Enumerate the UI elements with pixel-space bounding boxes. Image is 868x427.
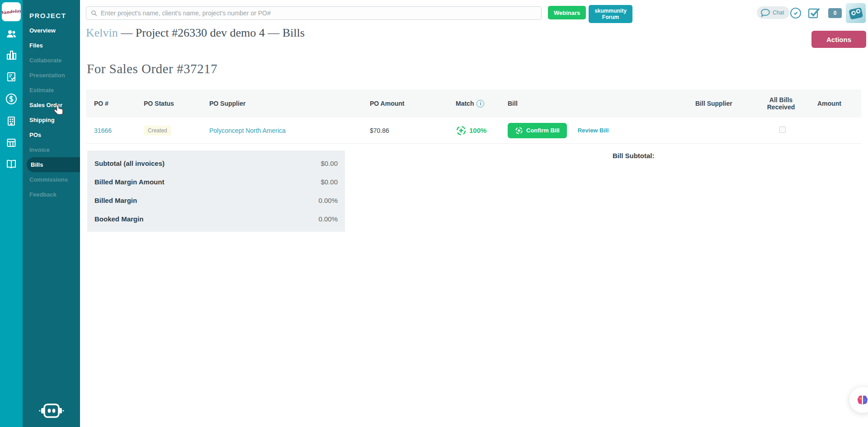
search-icon	[91, 10, 97, 16]
chat-button[interactable]: Chat	[757, 6, 789, 19]
subtotal-label: Subtotal (all invoices)	[94, 160, 165, 167]
sidebar-item-invoice[interactable]: Invoice	[23, 142, 80, 157]
totals-row-billed-margin: Billed Margin 0.00%	[87, 191, 345, 210]
project-sidebar: PROJECT Overview Files Collaborate Prese…	[23, 0, 80, 427]
tasks-icon[interactable]	[808, 7, 820, 21]
notification-badge[interactable]: 0	[828, 8, 842, 18]
app-root: Vandelay P	[0, 0, 868, 427]
sidebar-item-presentation[interactable]: Presentation	[23, 68, 80, 83]
company-logo[interactable]: Vandelay	[2, 2, 21, 21]
po-supplier-link[interactable]: Polyconcept North America	[209, 127, 286, 134]
col-po-number: PO #	[86, 100, 136, 107]
dollar-icon[interactable]	[5, 93, 17, 105]
sidebar-item-pos[interactable]: POs	[23, 127, 80, 142]
table-icon[interactable]	[6, 137, 17, 148]
col-po-supplier: PO Supplier	[201, 100, 362, 107]
col-po-amount: PO Amount	[362, 100, 448, 107]
col-match: Match	[456, 100, 474, 107]
clock-icon[interactable]	[790, 7, 802, 21]
checklist-icon[interactable]	[6, 71, 17, 82]
sidebar-item-bills[interactable]: Bills	[27, 157, 80, 172]
bar-chart-icon[interactable]	[6, 50, 17, 61]
sidebar-item-feedback[interactable]: Feedback	[23, 187, 80, 202]
page-title: Kelvin — Project #26330 dev demo 4 — Bil…	[86, 26, 862, 40]
sidebar-item-sales-order[interactable]: Sales Order	[23, 98, 80, 113]
chat-label: Chat	[773, 9, 784, 16]
billed-margin-amount-value: $0.00	[321, 178, 338, 186]
totals-row-booked-margin: Booked Margin 0.00%	[87, 210, 345, 228]
actions-button[interactable]: Actions	[811, 31, 866, 48]
col-bill: Bill	[500, 100, 687, 107]
confirm-bill-label: Confirm Bill	[526, 127, 560, 134]
table-row: 31666 Created Polyconcept North America …	[86, 117, 861, 144]
match-target-icon	[456, 125, 467, 136]
chat-bubble-icon	[760, 9, 770, 17]
confirm-bill-icon	[515, 127, 523, 135]
bills-table-header: PO # PO Status PO Supplier PO Amount Mat…	[86, 89, 861, 117]
subtotal-value: $0.00	[321, 160, 338, 167]
sidebar-item-collaborate[interactable]: Collaborate	[23, 53, 80, 68]
match-info-icon[interactable]: i	[476, 100, 484, 108]
book-icon[interactable]	[5, 159, 17, 169]
booked-margin-label: Booked Margin	[94, 215, 143, 223]
sidebar-item-overview[interactable]: Overview	[23, 23, 80, 38]
sidebar-item-commissions[interactable]: Commissions	[23, 172, 80, 187]
col-bill-supplier: Bill Supplier	[687, 100, 753, 107]
icon-strip: Vandelay	[0, 0, 23, 427]
brain-icon	[857, 394, 868, 405]
sidebar-section-title: PROJECT	[23, 0, 80, 23]
po-status-badge: Created	[144, 126, 171, 136]
bills-table: PO # PO Status PO Supplier PO Amount Mat…	[86, 89, 861, 144]
search-input[interactable]	[101, 9, 537, 17]
review-bill-link[interactable]: Review Bill	[578, 127, 609, 134]
sales-order-heading: For Sales Order #37217	[87, 61, 217, 76]
main-content: Webinars skummunity Forum Chat 0 Kelvin …	[80, 0, 868, 427]
bill-subtotal-label: Bill Subtotal:	[613, 152, 655, 160]
sidebar-item-shipping[interactable]: Shipping	[23, 113, 80, 127]
col-amount: Amount	[809, 100, 861, 107]
building-icon[interactable]	[6, 116, 17, 127]
robot-mascot-icon[interactable]	[23, 403, 80, 419]
page-title-rest: — Project #26330 dev demo 4 — Bills	[121, 26, 305, 39]
title-row: Kelvin — Project #26330 dev demo 4 — Bil…	[86, 26, 862, 40]
all-bills-received-checkbox[interactable]	[779, 127, 786, 133]
col-all-bills-received: All Bills Received	[753, 96, 809, 111]
company-logo-text: Vandelay	[2, 9, 21, 15]
sidebar-item-estimate[interactable]: Estimate	[23, 83, 80, 98]
col-po-status: PO Status	[136, 100, 201, 107]
po-amount-value: $70.86	[362, 127, 448, 134]
po-number-link[interactable]: 31666	[94, 127, 112, 134]
billed-margin-amount-label: Billed Margin Amount	[94, 178, 164, 186]
client-link[interactable]: Kelvin	[86, 26, 118, 39]
people-icon[interactable]	[5, 29, 17, 39]
billed-margin-label: Billed Margin	[94, 197, 137, 204]
skummunity-forum-button[interactable]: skummunity Forum	[589, 5, 632, 23]
booked-margin-value: 0.00%	[318, 215, 338, 223]
billed-margin-value: 0.00%	[318, 197, 338, 204]
user-avatar[interactable]	[846, 3, 866, 23]
project-search	[86, 6, 542, 20]
totals-row-billed-margin-amount: Billed Margin Amount $0.00	[87, 173, 345, 191]
sidebar-item-files[interactable]: Files	[23, 38, 80, 53]
match-percentage: 100%	[469, 127, 486, 134]
webinars-button[interactable]: Webinars	[548, 6, 586, 19]
confirm-bill-button[interactable]: Confirm Bill	[508, 123, 567, 138]
totals-row-subtotal: Subtotal (all invoices) $0.00	[87, 154, 345, 173]
invoice-totals-box: Subtotal (all invoices) $0.00 Billed Mar…	[87, 150, 345, 232]
